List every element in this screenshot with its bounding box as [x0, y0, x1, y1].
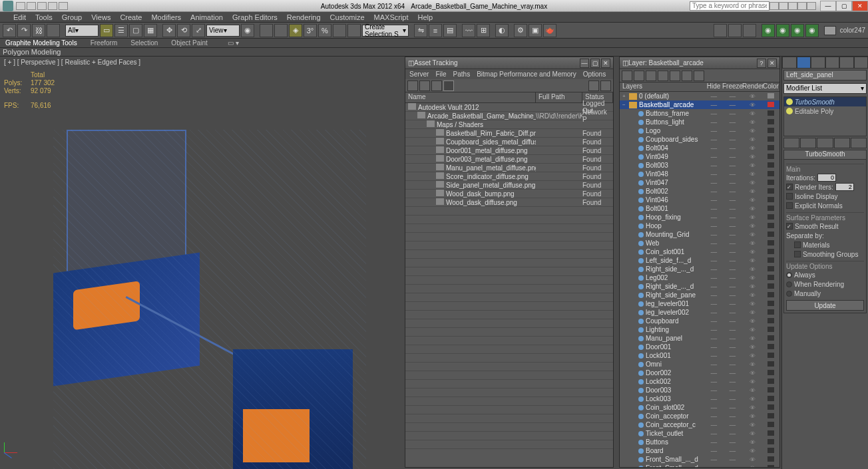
layer-hide-unhide[interactable]	[682, 71, 692, 81]
render-iters-check[interactable]	[786, 184, 793, 190]
stack-editablepoly[interactable]: Editable Poly	[784, 106, 866, 116]
asset-min[interactable]: —	[580, 59, 589, 68]
layer-row[interactable]: Right_side_..._d--------👁	[620, 282, 779, 291]
grab-viewport3[interactable]: ◉	[791, 24, 804, 37]
layer-row[interactable]: Bolt004--------👁	[620, 144, 779, 152]
named-selection-set[interactable]: Create Selection S▾	[362, 25, 409, 37]
asset-tree-view[interactable]	[407, 80, 418, 91]
color-swatch[interactable]	[824, 26, 836, 35]
col-hide[interactable]: Hide	[705, 82, 722, 91]
asset-row[interactable]: Manu_panel_metal_diffuse.pngFound	[405, 164, 613, 172]
redo-button[interactable]: ↷	[17, 24, 31, 37]
layer-row[interactable]: Hoop--------👁	[620, 222, 779, 230]
menu-maxscript[interactable]: MAXScript	[374, 13, 409, 21]
layer-row[interactable]: Vint049--------👁	[620, 152, 779, 161]
maximize-button[interactable]: ▢	[836, 1, 852, 11]
asset-highlight[interactable]	[443, 80, 454, 91]
render-production[interactable]: 🫖	[543, 24, 556, 37]
favorites-icon[interactable]	[797, 2, 807, 10]
sg-check[interactable]	[794, 251, 801, 257]
qa-save[interactable]	[37, 2, 47, 10]
iterations-spinner[interactable]: 0	[817, 174, 836, 182]
layer-row[interactable]: Coin_acceptor_c--------👁	[620, 420, 779, 429]
rendered-frame[interactable]: ▣	[529, 24, 542, 37]
layer-row[interactable]: Door002--------👁	[620, 369, 779, 377]
manual-radio[interactable]	[786, 291, 792, 297]
smooth-check[interactable]	[786, 223, 793, 230]
asset-max[interactable]: ▢	[590, 59, 600, 68]
viewport-label[interactable]: [ + ] [ Perspective ] [ Realistic + Edge…	[4, 59, 140, 66]
layer-row[interactable]: leg_leveler001--------👁	[620, 299, 779, 308]
layer-row[interactable]: Bolt003--------👁	[620, 161, 779, 170]
renderiters-spinner[interactable]: 2	[835, 183, 854, 191]
asset-row[interactable]: Basketball_Rim_Fabric_Diff.pngFound	[405, 129, 613, 138]
layer-row[interactable]: Left_side_f..._d--------👁	[620, 256, 779, 265]
config-sets[interactable]	[851, 138, 867, 148]
grab-viewport4[interactable]: ◉	[805, 24, 819, 37]
layer-row[interactable]: Lock001--------👁	[620, 351, 779, 360]
menu-modifiers[interactable]: Modifiers	[151, 13, 181, 21]
layer-row[interactable]: Right_side_..._d--------👁	[620, 265, 779, 273]
qa-undo[interactable]	[48, 2, 57, 10]
layer-row[interactable]: Logo--------👁	[620, 126, 779, 135]
subscription-icon[interactable]	[779, 2, 788, 10]
col-path[interactable]: Full Path	[536, 92, 582, 102]
menu-create[interactable]: Create	[120, 13, 142, 21]
layer-row[interactable]: Mounting_Grid--------👁	[620, 230, 779, 239]
modifier-list-dropdown[interactable]: Modifier List▾	[783, 83, 867, 94]
layer-highlight[interactable]	[670, 71, 680, 81]
qa-new[interactable]	[16, 2, 25, 10]
link-button[interactable]: ⛓	[32, 24, 45, 37]
layer-row[interactable]: Right_side_pane--------👁	[620, 291, 779, 299]
move-button[interactable]: ✥	[162, 24, 176, 37]
layer-row[interactable]: leg_leveler002--------👁	[620, 308, 779, 317]
layers-header[interactable]: ◫ Layer: Basketball_arcade ? ✕	[620, 57, 779, 69]
window-crossing[interactable]: ▦	[144, 24, 157, 37]
unique[interactable]	[817, 138, 833, 148]
menu-views[interactable]: Views	[91, 13, 110, 21]
asset-row[interactable]: Wood_dask_bump.pngFound	[405, 190, 613, 198]
layer-row[interactable]: Board--------👁	[620, 446, 779, 455]
layer-select-obj[interactable]	[658, 71, 668, 81]
asset-refresh[interactable]	[431, 80, 442, 91]
layers-close[interactable]: ✕	[767, 59, 777, 68]
col-name[interactable]: Name	[405, 92, 536, 102]
curve-editor[interactable]: 〰	[462, 24, 475, 37]
layer-delete[interactable]	[634, 71, 644, 81]
asset-row[interactable]: Coupboard_sides_metal_diffuse.pngFound	[405, 138, 613, 146]
rect-region[interactable]: ▢	[129, 24, 142, 37]
layer-row[interactable]: Coupboard_sides--------👁	[620, 135, 779, 144]
select-by-name[interactable]: ☰	[114, 24, 128, 37]
qa-open[interactable]	[27, 2, 36, 10]
ribbon-objectpaint[interactable]: Object Paint	[171, 39, 207, 47]
menu-rendering[interactable]: Rendering	[287, 13, 321, 21]
col-color[interactable]: Color	[762, 82, 779, 91]
asset-row[interactable]: Side_panel_metal_diffuse.pngFound	[405, 181, 613, 190]
asset-close[interactable]: ✕	[601, 59, 610, 68]
layer-row[interactable]: Leg002--------👁	[620, 273, 779, 282]
keyboard-shortcut[interactable]	[274, 24, 288, 37]
layer-row[interactable]: Buttons_frame--------👁	[620, 109, 779, 118]
mirror-button[interactable]: ⇋	[414, 24, 427, 37]
layer-new[interactable]	[622, 71, 632, 81]
layer-row[interactable]: Bolt002--------👁	[620, 187, 779, 196]
menu-help[interactable]: Help	[418, 13, 433, 21]
menu-grapheditors[interactable]: Graph Editors	[232, 13, 278, 21]
layer-row[interactable]: Coupboard--------👁	[620, 317, 779, 325]
help-search[interactable]	[690, 1, 769, 11]
layer-row[interactable]: Door001--------👁	[620, 343, 779, 351]
layer-row[interactable]: Vint047--------👁	[620, 178, 779, 187]
materials-check[interactable]	[794, 241, 801, 248]
edit-named-sel[interactable]	[347, 24, 361, 37]
menu-edit[interactable]: Edit	[13, 13, 26, 21]
layer-row[interactable]: Buttons--------👁	[620, 438, 779, 446]
pin-stack[interactable]	[783, 138, 799, 148]
asset-menu-server[interactable]: Server	[409, 71, 429, 78]
stack-turbosmooth[interactable]: TurboSmooth	[784, 97, 866, 106]
tab-motion[interactable]	[825, 57, 840, 69]
asset-menu-paths[interactable]: Paths	[453, 71, 471, 78]
asset-menu-file[interactable]: File	[435, 71, 446, 78]
bulb-icon[interactable]	[786, 108, 793, 114]
layer-row[interactable]: Ticket_outlet--------👁	[620, 429, 779, 438]
update-button[interactable]: Update	[786, 300, 864, 311]
